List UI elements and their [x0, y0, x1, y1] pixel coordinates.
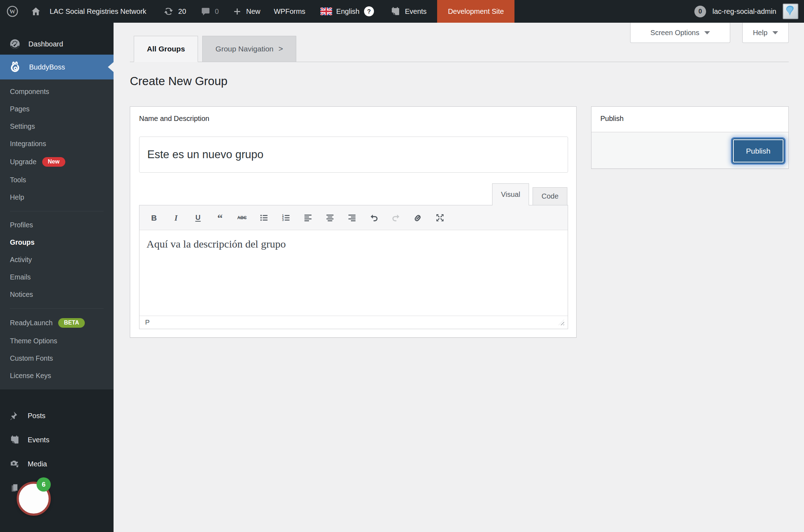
site-name: LAC Social Registries Network	[50, 7, 146, 16]
wordpress-logo-icon: W	[6, 5, 18, 17]
align-center-button[interactable]	[323, 211, 337, 225]
svg-text:U: U	[196, 214, 200, 221]
submenu-item-pages[interactable]: Pages	[0, 100, 114, 118]
sidebar-item-events[interactable]: Events	[0, 428, 114, 452]
notifications-badge[interactable]: 0	[694, 6, 706, 17]
sidebar-item-dashboard[interactable]: Dashboard	[0, 33, 114, 55]
undo-icon	[369, 213, 379, 223]
account-menu[interactable]: lac-reg-social-admin	[712, 0, 776, 23]
strikethrough-icon: ABC	[237, 212, 247, 223]
submenu-item-integrations[interactable]: Integrations	[0, 135, 114, 153]
submenu-item-readylaunch[interactable]: ReadyLaunch BETA	[0, 314, 114, 332]
editor-toolbar: B I U “ ABC 123	[139, 205, 568, 230]
submenu-item-theme-options[interactable]: Theme Options	[0, 332, 114, 350]
tab-visual[interactable]: Visual	[492, 183, 529, 205]
tab-group-navigation[interactable]: Group Navigation >	[202, 36, 296, 62]
submenu-item-label: Groups	[10, 238, 34, 246]
submenu-item-settings[interactable]: Settings	[0, 118, 114, 135]
submenu-item-label: Tools	[10, 176, 26, 184]
tab-all-groups[interactable]: All Groups	[134, 36, 198, 62]
bullet-list-button[interactable]	[257, 211, 271, 225]
sidebar-item-media[interactable]: Media	[0, 452, 114, 476]
strikethrough-button[interactable]: ABC	[235, 211, 249, 225]
align-right-button[interactable]	[345, 211, 359, 225]
sidebar-item-posts[interactable]: Posts	[0, 404, 114, 428]
events-menu[interactable]: Events	[390, 0, 426, 23]
avatar[interactable]	[783, 4, 798, 19]
align-left-button[interactable]	[301, 211, 315, 225]
language-switcher[interactable]: English ?	[320, 0, 375, 23]
updates-count: 20	[178, 7, 186, 16]
resize-grip[interactable]	[558, 320, 564, 325]
camera-icon	[9, 459, 20, 469]
environment-badge[interactable]: Development Site	[437, 0, 514, 23]
editor-content-area[interactable]: Aquí va la descripción del grupo	[139, 230, 568, 316]
submenu-item-emails[interactable]: Emails	[0, 268, 114, 286]
chevron-right-icon: >	[279, 44, 283, 54]
submenu-item-label: Activity	[10, 256, 32, 264]
help-circle-icon[interactable]: ?	[364, 6, 374, 17]
update-icon	[163, 6, 174, 17]
publish-button[interactable]: Publish	[732, 138, 784, 164]
screen-options-button[interactable]: Screen Options	[630, 23, 730, 43]
submenu-item-tools[interactable]: Tools	[0, 171, 114, 189]
wpforms-label: WPForms	[274, 7, 305, 16]
blockquote-icon: “	[215, 213, 225, 223]
sidebar-item-label: BuddyBoss	[29, 63, 65, 71]
site-link[interactable]: LAC Social Registries Network	[31, 0, 146, 23]
submenu-item-upgrade[interactable]: Upgrade New	[0, 153, 114, 171]
numbered-list-button[interactable]: 123	[279, 211, 293, 225]
editor-statusbar: P	[139, 316, 568, 329]
submenu-item-activity[interactable]: Activity	[0, 251, 114, 268]
redo-button[interactable]	[389, 211, 403, 225]
language-label: English	[336, 7, 360, 16]
submenu-item-label: Theme Options	[10, 337, 57, 345]
underline-button[interactable]: U	[191, 211, 205, 225]
svg-text:I: I	[174, 213, 178, 222]
submenu-item-label: Help	[10, 193, 24, 201]
submenu-item-license-keys[interactable]: License Keys	[0, 367, 114, 384]
tab-label: All Groups	[147, 45, 185, 53]
help-button[interactable]: Help	[742, 23, 789, 43]
align-right-icon	[347, 213, 357, 223]
bold-button[interactable]: B	[147, 211, 161, 225]
fullscreen-icon	[435, 212, 445, 223]
submenu-item-label: Notices	[10, 290, 33, 299]
align-center-icon	[325, 213, 335, 223]
submenu-item-help[interactable]: Help	[0, 189, 114, 206]
badge: New	[42, 157, 65, 167]
admin-bar-right: 0 lac-reg-social-admin	[694, 0, 804, 23]
avatar-image	[783, 4, 798, 18]
align-left-icon	[303, 213, 313, 223]
numbered-list-icon: 123	[281, 213, 291, 223]
tab-code[interactable]: Code	[533, 187, 567, 205]
submenu-item-groups[interactable]: Groups	[0, 234, 114, 251]
underline-icon: U	[193, 213, 203, 223]
plus-icon	[232, 7, 242, 16]
page-title: Create New Group	[130, 74, 227, 88]
wpforms-menu[interactable]: WPForms	[274, 0, 305, 23]
submenu-item-components[interactable]: Components	[0, 83, 114, 100]
link-button[interactable]	[411, 211, 425, 225]
pin-icon	[9, 410, 20, 421]
submenu-item-notices[interactable]: Notices	[0, 286, 114, 303]
submenu-divider	[10, 308, 104, 309]
comments-count: 0	[215, 7, 219, 16]
submenu-item-profiles[interactable]: Profiles	[0, 216, 114, 234]
undo-button[interactable]	[367, 211, 381, 225]
sidebar-item-buddyboss[interactable]: BuddyBoss	[0, 55, 114, 79]
svg-text:“: “	[217, 213, 222, 223]
updates-menu[interactable]: 20	[163, 0, 186, 23]
fullscreen-button[interactable]	[433, 211, 447, 225]
events-label: Events	[405, 7, 426, 16]
comments-menu[interactable]: 0	[200, 0, 219, 23]
submenu-item-label: Emails	[10, 273, 31, 281]
group-name-input[interactable]	[139, 137, 568, 173]
new-content-menu[interactable]: New	[232, 0, 260, 23]
wordpress-menu[interactable]: W	[6, 0, 18, 23]
submenu-item-label: Pages	[10, 105, 29, 113]
italic-button[interactable]: I	[169, 211, 183, 225]
submenu-item-custom-fonts[interactable]: Custom Fonts	[0, 350, 114, 367]
blockquote-button[interactable]: “	[213, 211, 227, 225]
admin-bar: W LAC Social Registries Network 20 0 New…	[0, 0, 804, 23]
